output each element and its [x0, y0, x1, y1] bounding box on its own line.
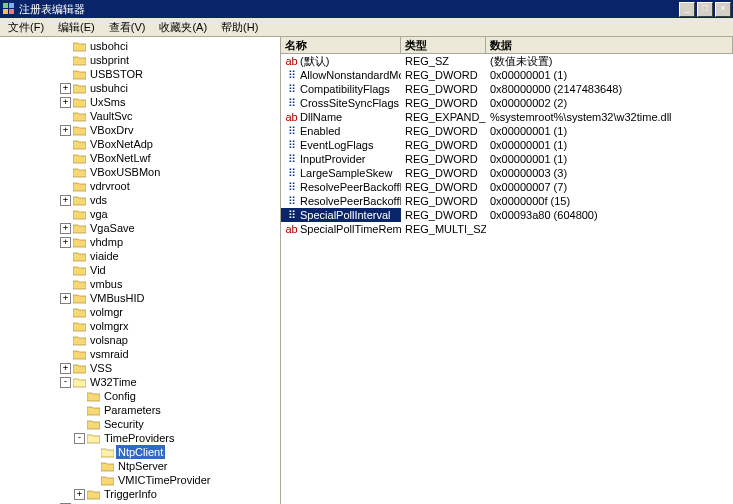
tree-node[interactable]: VMICTimeProvider	[4, 473, 280, 487]
expand-icon[interactable]: +	[74, 489, 85, 500]
tree-node[interactable]: vsmraid	[4, 347, 280, 361]
tree-node-label[interactable]: Parameters	[102, 403, 163, 417]
menu-file[interactable]: 文件(F)	[2, 19, 50, 36]
tree-node[interactable]: usbohci	[4, 39, 280, 53]
tree-node-label[interactable]: Vid	[88, 263, 108, 277]
minimize-button[interactable]: _	[679, 2, 695, 17]
value-name-cell[interactable]: ⠿LargeSampleSkew	[281, 166, 401, 180]
tree-node[interactable]: VBoxNetAdp	[4, 137, 280, 151]
tree-node-label[interactable]: Security	[102, 417, 146, 431]
tree-node[interactable]: Security	[4, 417, 280, 431]
value-name-cell[interactable]: ⠿InputProvider	[281, 152, 401, 166]
tree-node-label[interactable]: volmgrx	[88, 319, 131, 333]
column-type[interactable]: 类型	[401, 37, 486, 53]
tree-node[interactable]: USBSTOR	[4, 67, 280, 81]
list-row[interactable]: ⠿CrossSiteSyncFlagsREG_DWORD0x00000002 (…	[281, 96, 733, 110]
menu-favorites[interactable]: 收藏夹(A)	[153, 19, 213, 36]
tree-node[interactable]: Config	[4, 389, 280, 403]
tree-node-label[interactable]: USBSTOR	[88, 67, 145, 81]
value-name-cell[interactable]: abSpecialPollTimeRema…	[281, 222, 401, 236]
tree-node[interactable]: VaultSvc	[4, 109, 280, 123]
value-name-cell[interactable]: ⠿EventLogFlags	[281, 138, 401, 152]
expand-icon[interactable]: +	[60, 223, 71, 234]
tree-node[interactable]: +TriggerInfo	[4, 487, 280, 501]
tree-node[interactable]: vga	[4, 207, 280, 221]
tree-node-label[interactable]: VMICTimeProvider	[116, 473, 213, 487]
tree-node[interactable]: usbprint	[4, 53, 280, 67]
tree-node-label[interactable]: TimeProviders	[102, 431, 177, 445]
tree-node[interactable]: +UxSms	[4, 95, 280, 109]
value-name-cell[interactable]: ab(默认)	[281, 54, 401, 68]
value-name-cell[interactable]: ⠿CompatibilityFlags	[281, 82, 401, 96]
tree-node[interactable]: NtpServer	[4, 459, 280, 473]
list-row[interactable]: ⠿AllowNonstandardMod…REG_DWORD0x00000001…	[281, 68, 733, 82]
tree-node[interactable]: +VBoxDrv	[4, 123, 280, 137]
list-row[interactable]: ⠿InputProviderREG_DWORD0x00000001 (1)	[281, 152, 733, 166]
tree-node-label[interactable]: NtpClient	[116, 445, 165, 459]
tree-node[interactable]: +vhdmp	[4, 235, 280, 249]
value-name-cell[interactable]: ⠿ResolvePeerBackoffM…	[281, 180, 401, 194]
value-name-cell[interactable]: ⠿SpecialPollInterval	[281, 208, 401, 222]
tree-node[interactable]: volmgr	[4, 305, 280, 319]
value-name-cell[interactable]: ⠿AllowNonstandardMod…	[281, 68, 401, 82]
menu-view[interactable]: 查看(V)	[103, 19, 152, 36]
tree-node-label[interactable]: usbuhci	[88, 81, 130, 95]
expand-icon[interactable]: +	[60, 97, 71, 108]
tree-node-label[interactable]: VBoxNetLwf	[88, 151, 153, 165]
tree-node-label[interactable]: NtpServer	[116, 459, 170, 473]
list-row[interactable]: ⠿ResolvePeerBackoffM…REG_DWORD0x0000000f…	[281, 194, 733, 208]
value-name-cell[interactable]: ⠿CrossSiteSyncFlags	[281, 96, 401, 110]
tree-node[interactable]: VBoxNetLwf	[4, 151, 280, 165]
collapse-icon[interactable]: -	[60, 377, 71, 388]
tree-node-label[interactable]: usbprint	[88, 53, 131, 67]
tree-pane[interactable]: usbohciusbprintUSBSTOR+usbuhci+UxSmsVaul…	[0, 37, 281, 504]
tree-node-label[interactable]: volsnap	[88, 333, 130, 347]
tree-node[interactable]: vmbus	[4, 277, 280, 291]
list-row[interactable]: abSpecialPollTimeRema…REG_MULTI_SZ	[281, 222, 733, 236]
list-row[interactable]: ⠿EnabledREG_DWORD0x00000001 (1)	[281, 124, 733, 138]
expand-icon[interactable]: +	[60, 195, 71, 206]
tree-node-label[interactable]: UxSms	[88, 95, 127, 109]
tree-node-label[interactable]: usbohci	[88, 39, 130, 53]
tree-node-label[interactable]: VgaSave	[88, 221, 137, 235]
expand-icon[interactable]: +	[60, 363, 71, 374]
maximize-button[interactable]: □	[697, 2, 713, 17]
tree-node-label[interactable]: volmgr	[88, 305, 125, 319]
tree-node-label[interactable]: vhdmp	[88, 235, 125, 249]
expand-icon[interactable]: +	[60, 237, 71, 248]
tree-node[interactable]: volmgrx	[4, 319, 280, 333]
tree-node[interactable]: -W32Time	[4, 375, 280, 389]
tree-node-label[interactable]: vdrvroot	[88, 179, 132, 193]
tree-node-label[interactable]: viaide	[88, 249, 121, 263]
expand-icon[interactable]: +	[60, 125, 71, 136]
tree-node-label[interactable]: VaultSvc	[88, 109, 135, 123]
list-row[interactable]: ab(默认)REG_SZ(数值未设置)	[281, 54, 733, 68]
tree-node-label[interactable]: VSS	[88, 361, 114, 375]
tree-node-label[interactable]: Config	[102, 389, 138, 403]
value-name-cell[interactable]: abDllName	[281, 110, 401, 124]
value-name-cell[interactable]: ⠿Enabled	[281, 124, 401, 138]
tree-node[interactable]: +VgaSave	[4, 221, 280, 235]
menu-help[interactable]: 帮助(H)	[215, 19, 264, 36]
tree-node-label[interactable]: W32Time	[88, 375, 139, 389]
tree-node-label[interactable]: VBoxDrv	[88, 123, 135, 137]
tree-node-label[interactable]: VMBusHID	[88, 291, 146, 305]
tree-node[interactable]: +usbuhci	[4, 81, 280, 95]
tree-node[interactable]: +VSS	[4, 361, 280, 375]
list-row[interactable]: abDllNameREG_EXPAND_SZ%systemroot%\syste…	[281, 110, 733, 124]
close-button[interactable]: ×	[715, 2, 731, 17]
tree-node[interactable]: Vid	[4, 263, 280, 277]
tree-node-label[interactable]: TriggerInfo	[102, 487, 159, 501]
list-pane[interactable]: 名称 类型 数据 ab(默认)REG_SZ(数值未设置)⠿AllowNonsta…	[281, 37, 733, 504]
tree-node-label[interactable]: vmbus	[88, 277, 124, 291]
tree-node[interactable]: +VMBusHID	[4, 291, 280, 305]
tree-node[interactable]: Parameters	[4, 403, 280, 417]
expand-icon[interactable]: +	[60, 293, 71, 304]
tree-node[interactable]: +vds	[4, 193, 280, 207]
tree-node[interactable]: volsnap	[4, 333, 280, 347]
tree-node[interactable]: NtpClient	[4, 445, 280, 459]
column-name[interactable]: 名称	[281, 37, 401, 53]
list-row[interactable]: ⠿LargeSampleSkewREG_DWORD0x00000003 (3)	[281, 166, 733, 180]
menu-edit[interactable]: 编辑(E)	[52, 19, 101, 36]
column-data[interactable]: 数据	[486, 37, 733, 53]
